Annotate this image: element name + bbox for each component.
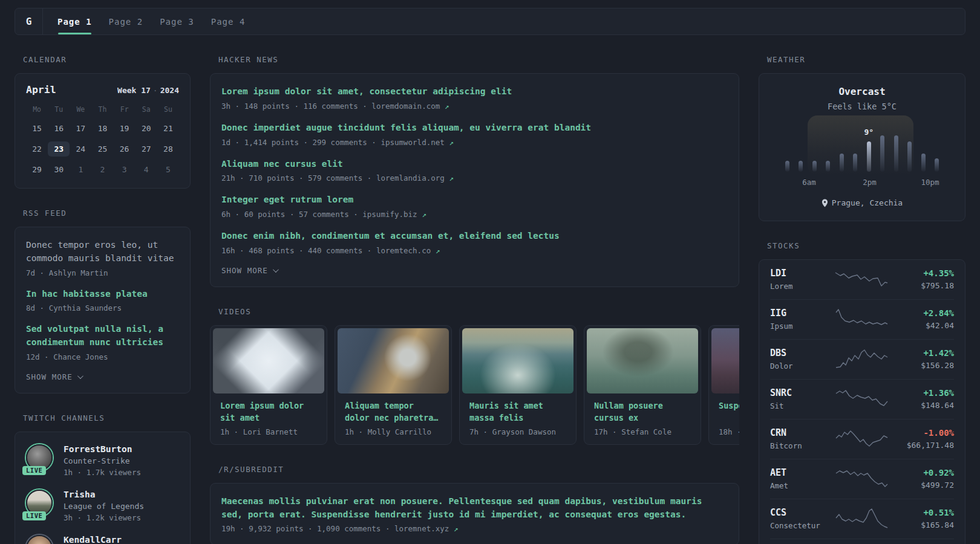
stock-row[interactable]: CRNBitcorn-1.00%$66,171.48 xyxy=(770,419,954,459)
stock-name: Consectetur xyxy=(770,521,828,530)
hackernews-show-more-button[interactable]: SHOW MORE xyxy=(221,266,728,275)
weather-location: Prague, Czechia xyxy=(832,198,903,207)
hackernews-item-domain[interactable]: ipsumify.biz xyxy=(362,210,422,219)
hackernews-item-link[interactable]: Donec enim nibh, condimentum et accumsan… xyxy=(221,230,728,243)
hackernews-item-stats: 1d · 1,414 points · 299 comments · xyxy=(221,138,381,147)
videos-section-title: VIDEOS xyxy=(210,307,739,316)
video-card[interactable]: Suspendisse diam18h · Tara xyxy=(708,325,739,445)
stock-row[interactable]: AETAmet+0.92%$499.72 xyxy=(770,459,954,499)
stock-symbol: CCS xyxy=(770,507,828,518)
stock-change: +0.51% xyxy=(896,508,954,517)
hackernews-item-domain[interactable]: loremtech.co xyxy=(376,246,436,255)
rss-item-link[interactable]: In hac habitasse platea xyxy=(26,288,179,301)
video-card[interactable]: Aliquam tempor dolor nec pharetra…1h · M… xyxy=(335,325,452,445)
twitch-avatar-wrap xyxy=(26,535,54,544)
calendar-section-title: CALENDAR xyxy=(15,55,191,64)
external-link-icon: ↗ xyxy=(449,173,454,183)
video-title[interactable]: Lorem ipsum dolor sit amet consectetu… xyxy=(220,400,317,424)
stock-row[interactable]: AHS+0.46% xyxy=(770,539,954,544)
weather-bar xyxy=(799,161,803,172)
columns: CALENDAR April Week 17·2024 MoTuWeThFrSa… xyxy=(0,35,980,544)
twitch-channel-row[interactable]: LIVEForrestBurtonCounter-Strike1h · 1.7k… xyxy=(26,444,179,477)
twitch-channel-name[interactable]: KendallCarr xyxy=(64,535,122,544)
calendar-day: 2 xyxy=(91,162,113,177)
hackernews-item-link[interactable]: Donec imperdiet augue tincidunt felis al… xyxy=(221,121,728,135)
video-card[interactable]: Nullam posuere cursus ex17h · Stefan Col… xyxy=(584,325,701,445)
stock-row[interactable]: CCSConsectetur+0.51%$165.84 xyxy=(770,499,954,539)
calendar-header: April Week 17·2024 xyxy=(26,84,179,96)
video-thumbnail[interactable] xyxy=(213,328,324,393)
calendar-day: 4 xyxy=(136,162,157,177)
external-link-icon: ↗ xyxy=(422,210,426,219)
rss-item-link[interactable]: Sed volutpat nulla nisl, a condimentum n… xyxy=(26,323,179,349)
rss-item-meta: 12d · Chance Jones xyxy=(26,352,179,361)
hackernews-item-meta: 16h · 468 points · 440 comments · loremt… xyxy=(221,246,728,255)
hackernews-item-link[interactable]: Aliquam nec cursus elit xyxy=(221,158,728,171)
subreddit-item-domain[interactable]: loremnet.xyz xyxy=(394,524,454,533)
twitch-widget: LIVEForrestBurtonCounter-Strike1h · 1.7k… xyxy=(15,432,191,544)
chevron-down-icon xyxy=(77,373,83,379)
stock-identity: CCSConsectetur xyxy=(770,507,828,530)
video-title[interactable]: Suspendisse diam xyxy=(719,400,739,424)
weather-bars: 9° xyxy=(784,132,940,172)
video-thumbnail[interactable] xyxy=(462,328,573,393)
video-thumbnail[interactable] xyxy=(711,328,739,393)
stock-symbol: CRN xyxy=(770,427,828,438)
tab-page-2[interactable]: Page 2 xyxy=(109,8,143,34)
weekday-label: Sa xyxy=(136,105,157,115)
calendar-grid: MoTuWeThFrSaSu15161718192021222324252627… xyxy=(26,105,179,177)
stock-symbol: AET xyxy=(770,467,828,478)
rss-show-more-button[interactable]: SHOW MORE xyxy=(26,372,179,381)
hackernews-item: Lorem ipsum dolor sit amet, consectetur … xyxy=(221,85,728,111)
video-card[interactable]: Lorem ipsum dolor sit amet consectetu…1h… xyxy=(210,325,327,445)
twitch-channel-row[interactable]: KendallCarr xyxy=(26,535,179,544)
hackernews-item-stats: 16h · 468 points · 440 comments · xyxy=(221,246,376,255)
twitch-channel-meta: 3h · 1.2k viewers xyxy=(64,513,144,522)
weather-widget: Overcast Feels like 5°C 9° 6am2pm10pm Pr… xyxy=(759,73,965,221)
subreddit-widget: Maecenas mollis pulvinar erat non posuer… xyxy=(210,483,739,544)
stock-row[interactable]: LDILorem+4.35%$795.18 xyxy=(770,260,954,299)
video-title[interactable]: Mauris sit amet massa felis xyxy=(469,400,566,424)
twitch-channel-name[interactable]: ForrestBurton xyxy=(64,444,141,454)
tab-page-3[interactable]: Page 3 xyxy=(160,8,194,34)
stock-change: +4.35% xyxy=(896,268,954,278)
stock-row[interactable]: IIGIpsum+2.84%$42.04 xyxy=(770,299,954,339)
calendar-day: 30 xyxy=(48,162,70,177)
stock-symbol: IIG xyxy=(770,308,828,319)
hackernews-list: Lorem ipsum dolor sit amet, consectetur … xyxy=(221,85,728,255)
calendar-month: April xyxy=(26,84,56,96)
stock-name: Dolor xyxy=(770,361,828,371)
stock-row[interactable]: SNRCSit+1.36%$148.64 xyxy=(770,379,954,419)
twitch-channel-name[interactable]: Trisha xyxy=(64,490,144,499)
video-body: Lorem ipsum dolor sit amet consectetu…1h… xyxy=(213,393,324,436)
video-title[interactable]: Aliquam tempor dolor nec pharetra… xyxy=(345,400,442,424)
subreddit-item-meta: 19h · 9,932 points · 1,090 comments · lo… xyxy=(221,524,728,533)
calendar-day: 18 xyxy=(91,121,113,136)
stock-sparkline xyxy=(828,348,896,371)
stocks-section-title: STOCKS xyxy=(759,241,965,250)
hackernews-item-meta: 3h · 148 points · 116 comments · loremdo… xyxy=(221,102,728,111)
hackernews-item-domain[interactable]: ipsumworld.net xyxy=(381,138,449,147)
stock-name: Ipsum xyxy=(770,322,828,331)
subreddit-item-link[interactable]: Maecenas mollis pulvinar erat non posuer… xyxy=(221,495,728,522)
hackernews-item-link[interactable]: Lorem ipsum dolor sit amet, consectetur … xyxy=(221,85,728,99)
video-card[interactable]: Mauris sit amet massa felis7h · Grayson … xyxy=(459,325,577,445)
avatar[interactable] xyxy=(26,535,53,544)
video-title[interactable]: Nullam posuere cursus ex xyxy=(594,400,691,424)
stock-identity: CRNBitcorn xyxy=(770,427,828,450)
tab-page-4[interactable]: Page 4 xyxy=(211,8,246,34)
hackernews-item-link[interactable]: Integer eget rutrum lorem xyxy=(221,193,728,207)
stock-row[interactable]: DBSDolor+1.42%$156.28 xyxy=(770,339,954,379)
hackernews-item-domain[interactable]: loremdomain.com xyxy=(371,102,444,111)
weather-time-label: 2pm xyxy=(863,178,877,187)
video-thumbnail[interactable] xyxy=(587,328,698,393)
calendar-widget: April Week 17·2024 MoTuWeThFrSaSu1516171… xyxy=(15,73,191,189)
calendar-day: 28 xyxy=(157,141,179,157)
hackernews-item-domain[interactable]: loremlandia.org xyxy=(376,173,449,183)
rss-item-link[interactable]: Donec tempor eros leo, ut commodo mauris… xyxy=(26,239,179,265)
twitch-channel-row[interactable]: LIVETrishaLeague of Legends3h · 1.2k vie… xyxy=(26,490,179,522)
rss-item: In hac habitasse platea8d · Cynthia Saun… xyxy=(26,288,179,313)
video-thumbnail[interactable] xyxy=(338,328,449,393)
stock-change: +0.92% xyxy=(896,468,954,478)
tab-page-1[interactable]: Page 1 xyxy=(57,8,92,34)
